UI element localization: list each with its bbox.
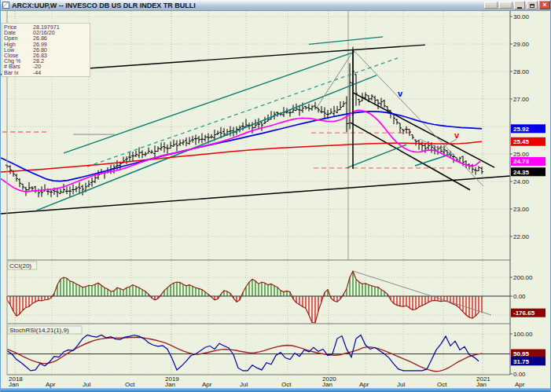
- axis-month-label: Oct: [281, 381, 292, 388]
- axis-month-label: Oct: [437, 381, 447, 388]
- axis-month-label: Jul: [240, 381, 248, 388]
- minimize-icon: [517, 7, 522, 9]
- axis-label: 25.00: [513, 151, 530, 158]
- axis-label: 23.00: [513, 206, 530, 213]
- axis-label: 22.00: [513, 233, 530, 240]
- titlebar[interactable]: ARCX:UUP,W -- INVESCO DB US DLR INDEX TR…: [1, 0, 551, 11]
- axis-label: 30.00: [513, 13, 530, 20]
- axis-badge: 50.95: [513, 350, 530, 357]
- stochrsi-title: StochRSI(14,21(1),9): [9, 327, 69, 334]
- chart-app-icon: [2, 2, 9, 9]
- titlebar-tool-button-1[interactable]: [484, 2, 498, 9]
- axis-month-label: Apr: [359, 381, 369, 388]
- axis-month-label: Apr: [515, 381, 525, 388]
- axis-badge: 24.35: [513, 169, 530, 176]
- axis-label: 100.00: [513, 331, 533, 338]
- axis-month-label: Jan: [322, 381, 332, 388]
- axis-label: 24.00: [513, 178, 530, 185]
- restore-button[interactable]: [527, 1, 538, 9]
- axis-month-label: Jan: [165, 381, 175, 388]
- axis-month-label: Jan: [476, 381, 487, 388]
- window-bottom-border: [1, 388, 551, 392]
- wave-label: v: [454, 130, 460, 140]
- titlebar-tool-button-2[interactable]: [499, 2, 512, 9]
- restore-icon: [530, 4, 534, 8]
- axis-month-label: Apr: [46, 381, 56, 388]
- data-window-row: Bar Ix-44: [4, 70, 88, 75]
- axis-label: 27.00: [513, 96, 530, 103]
- axis-label: 28.00: [513, 68, 530, 75]
- axis-month-label: Oct: [125, 381, 135, 388]
- axis-label: 0.00: [513, 371, 526, 378]
- axis-badge: 31.75: [513, 358, 530, 365]
- chart-window: ARCX:UUP,W -- INVESCO DB US DLR INDEX TR…: [0, 0, 551, 392]
- axis-badge: 24.73: [513, 158, 530, 165]
- axis-label: 29.00: [513, 41, 530, 48]
- data-window: Price28.197971Date02/16/20Open26.86High2…: [2, 23, 90, 77]
- axis-badge: 25.45: [513, 138, 530, 145]
- axis-label: 0.00: [513, 293, 526, 300]
- minimize-button[interactable]: [514, 1, 525, 9]
- axis-month-label: Jul: [397, 381, 405, 388]
- axis-month-label: Jan: [9, 381, 19, 388]
- cci-title: CCI(20): [9, 262, 31, 269]
- axis-badge: -176.65: [513, 310, 535, 317]
- axis-label: 200.00: [513, 274, 533, 281]
- window-title: ARCX:UUP,W -- INVESCO DB US DLR INDEX TR…: [12, 2, 196, 9]
- axis-badge: 25.92: [513, 126, 530, 133]
- close-button[interactable]: ×: [539, 1, 550, 9]
- axis-month-label: Jul: [83, 381, 90, 388]
- wave-label: v: [398, 89, 403, 98]
- axis-month-label: Apr: [202, 381, 212, 388]
